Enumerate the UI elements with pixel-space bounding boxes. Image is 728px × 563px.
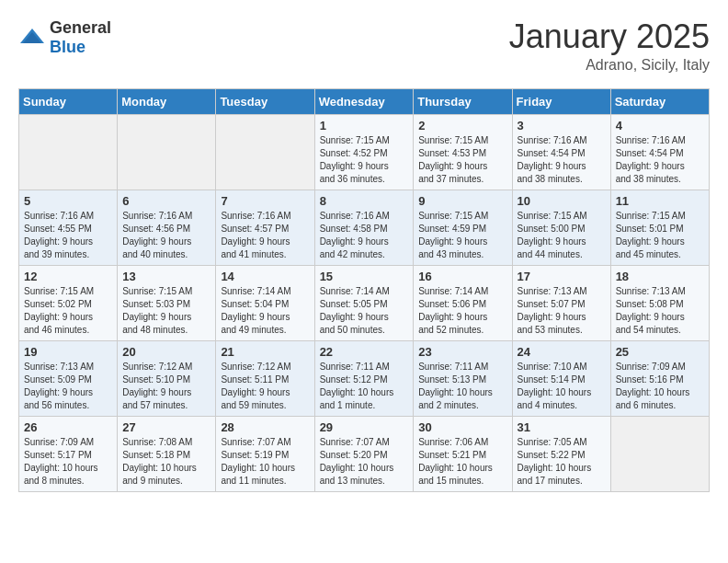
day-number: 11 (616, 194, 704, 208)
day-info: Sunrise: 7:15 AM Sunset: 5:03 PM Dayligh… (122, 285, 210, 337)
title-block: January 2025 Adrano, Sicily, Italy (509, 18, 710, 74)
day-info: Sunrise: 7:14 AM Sunset: 5:04 PM Dayligh… (221, 285, 309, 337)
day-info: Sunrise: 7:16 AM Sunset: 4:56 PM Dayligh… (122, 210, 210, 261)
calendar-cell: 8Sunrise: 7:16 AM Sunset: 4:58 PM Daylig… (314, 190, 414, 265)
day-info: Sunrise: 7:13 AM Sunset: 5:09 PM Dayligh… (24, 361, 112, 412)
weekday-header-tuesday: Tuesday (216, 88, 314, 114)
calendar-cell: 18Sunrise: 7:13 AM Sunset: 5:08 PM Dayli… (610, 265, 709, 340)
day-number: 9 (418, 194, 506, 208)
calendar-cell: 21Sunrise: 7:12 AM Sunset: 5:11 PM Dayli… (216, 340, 314, 416)
calendar-cell: 14Sunrise: 7:14 AM Sunset: 5:04 PM Dayli… (216, 265, 314, 340)
day-number: 12 (24, 270, 112, 283)
day-number: 17 (518, 270, 606, 283)
calendar-cell: 6Sunrise: 7:16 AM Sunset: 4:56 PM Daylig… (118, 190, 216, 265)
calendar-cell: 28Sunrise: 7:07 AM Sunset: 5:19 PM Dayli… (216, 416, 314, 491)
day-info: Sunrise: 7:11 AM Sunset: 5:12 PM Dayligh… (320, 361, 409, 412)
calendar-cell: 11Sunrise: 7:15 AM Sunset: 5:01 PM Dayli… (610, 190, 709, 265)
day-number: 31 (518, 420, 606, 434)
weekday-header-sunday: Sunday (19, 88, 118, 114)
day-number: 13 (122, 270, 210, 283)
day-info: Sunrise: 7:16 AM Sunset: 4:54 PM Dayligh… (616, 134, 704, 186)
calendar-cell (19, 114, 118, 190)
day-info: Sunrise: 7:13 AM Sunset: 5:07 PM Dayligh… (518, 285, 606, 337)
weekday-header-friday: Friday (512, 88, 610, 114)
day-number: 21 (221, 345, 309, 359)
day-info: Sunrise: 7:14 AM Sunset: 5:06 PM Dayligh… (418, 285, 506, 337)
day-number: 23 (418, 345, 506, 359)
day-info: Sunrise: 7:11 AM Sunset: 5:13 PM Dayligh… (418, 361, 506, 412)
logo-blue: Blue (50, 38, 85, 56)
day-number: 22 (320, 345, 409, 359)
day-info: Sunrise: 7:15 AM Sunset: 5:00 PM Dayligh… (518, 210, 606, 261)
week-row-4: 26Sunrise: 7:09 AM Sunset: 5:17 PM Dayli… (19, 416, 710, 491)
day-info: Sunrise: 7:14 AM Sunset: 5:05 PM Dayligh… (320, 285, 409, 337)
calendar-cell (118, 114, 216, 190)
calendar-cell: 15Sunrise: 7:14 AM Sunset: 5:05 PM Dayli… (314, 265, 414, 340)
day-number: 30 (418, 420, 506, 434)
weekday-header-row: SundayMondayTuesdayWednesdayThursdayFrid… (19, 88, 710, 114)
month-title: January 2025 (509, 18, 710, 55)
day-number: 20 (122, 345, 210, 359)
calendar-cell: 4Sunrise: 7:16 AM Sunset: 4:54 PM Daylig… (610, 114, 709, 190)
calendar-cell: 2Sunrise: 7:15 AM Sunset: 4:53 PM Daylig… (414, 114, 512, 190)
day-number: 16 (418, 270, 506, 283)
week-row-1: 5Sunrise: 7:16 AM Sunset: 4:55 PM Daylig… (19, 190, 710, 265)
day-number: 26 (24, 420, 112, 434)
day-number: 10 (518, 194, 606, 208)
weekday-header-wednesday: Wednesday (314, 88, 414, 114)
calendar-cell: 17Sunrise: 7:13 AM Sunset: 5:07 PM Dayli… (512, 265, 610, 340)
day-info: Sunrise: 7:12 AM Sunset: 5:11 PM Dayligh… (221, 361, 309, 412)
day-info: Sunrise: 7:16 AM Sunset: 4:58 PM Dayligh… (320, 210, 409, 261)
calendar-cell: 19Sunrise: 7:13 AM Sunset: 5:09 PM Dayli… (19, 340, 118, 416)
day-info: Sunrise: 7:15 AM Sunset: 4:59 PM Dayligh… (418, 210, 506, 261)
calendar-cell: 23Sunrise: 7:11 AM Sunset: 5:13 PM Dayli… (414, 340, 512, 416)
week-row-2: 12Sunrise: 7:15 AM Sunset: 5:02 PM Dayli… (19, 265, 710, 340)
calendar-cell: 13Sunrise: 7:15 AM Sunset: 5:03 PM Dayli… (118, 265, 216, 340)
day-info: Sunrise: 7:07 AM Sunset: 5:19 PM Dayligh… (221, 436, 309, 488)
logo: General Blue (18, 18, 111, 57)
day-number: 18 (616, 270, 704, 283)
calendar-cell: 5Sunrise: 7:16 AM Sunset: 4:55 PM Daylig… (19, 190, 118, 265)
day-number: 7 (221, 194, 309, 208)
calendar-cell (216, 114, 314, 190)
day-number: 3 (518, 119, 606, 132)
day-info: Sunrise: 7:06 AM Sunset: 5:21 PM Dayligh… (418, 436, 506, 488)
day-info: Sunrise: 7:16 AM Sunset: 4:57 PM Dayligh… (221, 210, 309, 261)
location-title: Adrano, Sicily, Italy (509, 57, 710, 74)
calendar-cell: 20Sunrise: 7:12 AM Sunset: 5:10 PM Dayli… (118, 340, 216, 416)
calendar-cell (610, 416, 709, 491)
day-number: 4 (616, 119, 704, 132)
day-number: 29 (320, 420, 409, 434)
calendar-cell: 1Sunrise: 7:15 AM Sunset: 4:52 PM Daylig… (314, 114, 414, 190)
calendar-cell: 29Sunrise: 7:07 AM Sunset: 5:20 PM Dayli… (314, 416, 414, 491)
day-info: Sunrise: 7:16 AM Sunset: 4:55 PM Dayligh… (24, 210, 112, 261)
week-row-3: 19Sunrise: 7:13 AM Sunset: 5:09 PM Dayli… (19, 340, 710, 416)
week-row-0: 1Sunrise: 7:15 AM Sunset: 4:52 PM Daylig… (19, 114, 710, 190)
day-info: Sunrise: 7:12 AM Sunset: 5:10 PM Dayligh… (122, 361, 210, 412)
calendar-cell: 27Sunrise: 7:08 AM Sunset: 5:18 PM Dayli… (118, 416, 216, 491)
day-number: 24 (518, 345, 606, 359)
day-number: 2 (418, 119, 506, 132)
day-number: 15 (320, 270, 409, 283)
day-info: Sunrise: 7:05 AM Sunset: 5:22 PM Dayligh… (518, 436, 606, 488)
calendar-cell: 9Sunrise: 7:15 AM Sunset: 4:59 PM Daylig… (414, 190, 512, 265)
day-info: Sunrise: 7:07 AM Sunset: 5:20 PM Dayligh… (320, 436, 409, 488)
logo-text: General Blue (50, 18, 111, 57)
day-number: 1 (320, 119, 409, 132)
day-info: Sunrise: 7:15 AM Sunset: 4:52 PM Dayligh… (320, 134, 409, 186)
day-info: Sunrise: 7:15 AM Sunset: 4:53 PM Dayligh… (418, 134, 506, 186)
calendar-cell: 22Sunrise: 7:11 AM Sunset: 5:12 PM Dayli… (314, 340, 414, 416)
logo-general: General (50, 18, 111, 37)
calendar-cell: 24Sunrise: 7:10 AM Sunset: 5:14 PM Dayli… (512, 340, 610, 416)
day-number: 8 (320, 194, 409, 208)
day-info: Sunrise: 7:10 AM Sunset: 5:14 PM Dayligh… (518, 361, 606, 412)
calendar-cell: 26Sunrise: 7:09 AM Sunset: 5:17 PM Dayli… (19, 416, 118, 491)
calendar: SundayMondayTuesdayWednesdayThursdayFrid… (18, 88, 710, 492)
day-number: 6 (122, 194, 210, 208)
weekday-header-saturday: Saturday (610, 88, 709, 114)
logo-icon (18, 27, 46, 49)
calendar-cell: 30Sunrise: 7:06 AM Sunset: 5:21 PM Dayli… (414, 416, 512, 491)
calendar-cell: 3Sunrise: 7:16 AM Sunset: 4:54 PM Daylig… (512, 114, 610, 190)
calendar-cell: 31Sunrise: 7:05 AM Sunset: 5:22 PM Dayli… (512, 416, 610, 491)
weekday-header-thursday: Thursday (414, 88, 512, 114)
